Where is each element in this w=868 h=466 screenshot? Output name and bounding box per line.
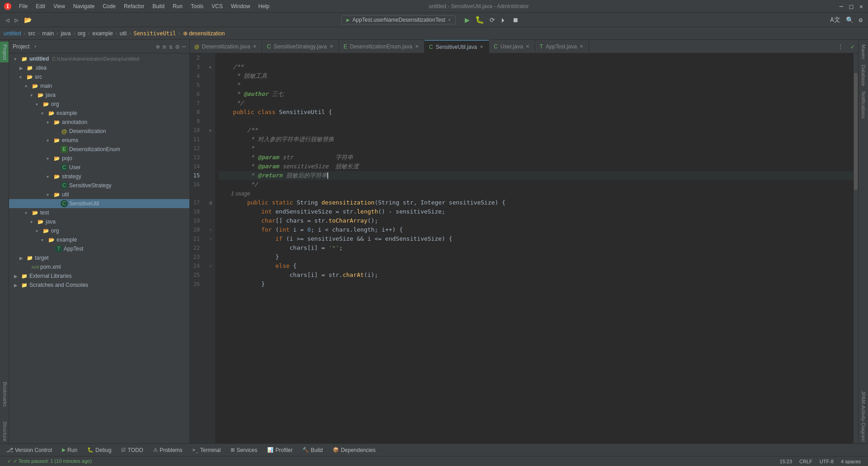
- bookmarks-btn[interactable]: Bookmarks: [0, 380, 9, 409]
- encoding[interactable]: UTF-8: [816, 459, 837, 464]
- code-editor[interactable]: 2 3 4 5 6 7 8 9 10 11 12 13 14 15 16 17: [190, 53, 858, 443]
- bottom-tab-terminal[interactable]: >_ Terminal: [188, 446, 226, 455]
- debug-btn[interactable]: 🐛: [473, 14, 486, 25]
- tab-user[interactable]: C User.java ✕: [489, 40, 535, 53]
- tree-desensitization[interactable]: @ Desensitization: [9, 127, 189, 136]
- menu-refactor[interactable]: Refactor: [120, 2, 148, 10]
- database-panel-btn[interactable]: Database: [860, 62, 867, 89]
- gutter-3[interactable]: ▶: [206, 62, 215, 71]
- bottom-tab-run[interactable]: ▶ Run: [57, 446, 82, 455]
- test-status[interactable]: ✓ ✓ Tests passed: 1 (10 minutes ago): [4, 458, 95, 464]
- tree-src[interactable]: ▾ 📂 src: [9, 72, 189, 81]
- tab-desensitization-enum[interactable]: E DesensitizationEnum.java ✕: [339, 40, 425, 53]
- maximize-btn[interactable]: □: [848, 3, 854, 10]
- breadcrumb-src[interactable]: src: [28, 30, 35, 37]
- tab-more-btn[interactable]: ⋮: [834, 43, 847, 50]
- tree-example[interactable]: ▾ 📂 example: [9, 109, 189, 118]
- search-btn[interactable]: 🔍: [844, 15, 855, 24]
- recent-files-btn[interactable]: 📂: [22, 15, 33, 24]
- tree-target[interactable]: ▶ 📁 target: [9, 253, 189, 262]
- bottom-tab-todo[interactable]: ☑ TODO: [117, 446, 147, 455]
- tree-idea[interactable]: ▶ 📁 .idea: [9, 63, 189, 72]
- translate-btn[interactable]: A文: [828, 15, 842, 25]
- run-btn[interactable]: ▶: [463, 14, 472, 25]
- tree-org[interactable]: ▾ 📂 org: [9, 100, 189, 109]
- expand-btn[interactable]: ⇅: [169, 43, 173, 50]
- tree-test[interactable]: ▾ 📂 test: [9, 208, 189, 217]
- editor-scrollbar-thumb[interactable]: [854, 73, 858, 190]
- breadcrumb-class[interactable]: SensitiveUtil: [133, 30, 176, 37]
- tab-sensitive-util[interactable]: C SensitiveUtil.java ✕: [425, 40, 489, 53]
- tree-pom[interactable]: xml pom.xml: [9, 262, 189, 271]
- breadcrumb-util[interactable]: util: [120, 30, 127, 37]
- menu-navigate[interactable]: Navigate: [70, 2, 98, 10]
- tree-test-example[interactable]: ▾ 📂 example: [9, 235, 189, 244]
- tab-close-desensitization-enum[interactable]: ✕: [415, 44, 419, 49]
- bottom-tab-dependencies[interactable]: 📦 Dependencies: [328, 446, 380, 455]
- gutter-24[interactable]: ▽: [206, 262, 215, 271]
- tree-sensitive-strategy[interactable]: C SensitiveStrategy: [9, 181, 189, 190]
- menu-window[interactable]: Window: [227, 2, 254, 10]
- menu-file[interactable]: File: [15, 2, 31, 10]
- tree-sensitive-util[interactable]: C SensitiveUtil: [9, 199, 189, 208]
- tree-test-org[interactable]: ▾ 📂 org: [9, 226, 189, 235]
- maven-panel-btn[interactable]: Maven: [860, 42, 867, 62]
- code-content[interactable]: /** * 脱敏工具 * * @author 三七 */: [215, 53, 854, 443]
- menu-code[interactable]: Code: [99, 2, 119, 10]
- editor-scrollbar[interactable]: [854, 53, 858, 443]
- tree-util[interactable]: ▾ 📂 util: [9, 190, 189, 199]
- stop-btn[interactable]: ⏹: [510, 15, 520, 24]
- tree-scratches[interactable]: ▶ 📁 Scratches and Consoles: [9, 281, 189, 290]
- tree-strategy[interactable]: ▾ 📂 strategy: [9, 172, 189, 181]
- structure-btn[interactable]: Structure: [0, 419, 9, 443]
- line-separator[interactable]: CRLF: [796, 459, 816, 464]
- tree-java[interactable]: ▾ 📂 java: [9, 90, 189, 100]
- dropdown-icon[interactable]: ▾: [34, 44, 37, 49]
- tab-close-sensitive-util[interactable]: ✕: [480, 44, 483, 49]
- tab-close-sensitive-strategy[interactable]: ✕: [330, 44, 333, 49]
- tree-desensitization-enum[interactable]: E DesensitizationEnum: [9, 145, 189, 154]
- profile-btn[interactable]: ⏵: [499, 15, 509, 24]
- menu-edit[interactable]: Edit: [32, 2, 49, 10]
- tree-ext-libs[interactable]: ▶ 📁 External Libraries: [9, 271, 189, 281]
- breadcrumb-java[interactable]: java: [61, 30, 71, 37]
- close-btn[interactable]: ✕: [858, 3, 864, 10]
- breadcrumb-method[interactable]: ⊕ desensitization: [183, 30, 225, 37]
- collapse-all-btn[interactable]: ≡: [162, 43, 166, 50]
- cursor-position[interactable]: 15:23: [776, 459, 796, 464]
- gutter-20[interactable]: ▽: [206, 225, 215, 234]
- tree-main[interactable]: ▾ 📂 main: [9, 81, 189, 90]
- run-config-dropdown[interactable]: ▶ AppTest.userNameDesensitizationTest ▾: [341, 15, 456, 24]
- tab-desensitization[interactable]: @ Desensitization.java ✕: [190, 40, 262, 53]
- menu-tools[interactable]: Tools: [187, 2, 207, 10]
- minimize-btn[interactable]: ─: [838, 3, 844, 10]
- bottom-tab-profiler[interactable]: 📊 Profiler: [263, 446, 297, 455]
- menu-view[interactable]: View: [50, 2, 69, 10]
- settings-btn[interactable]: ⚙: [857, 15, 864, 24]
- tree-pojo[interactable]: ▾ 📂 pojo: [9, 154, 189, 163]
- bottom-tab-problems[interactable]: ⚠ Problems: [149, 446, 187, 455]
- breadcrumb-untitled[interactable]: untitled: [4, 30, 21, 37]
- gutter-10[interactable]: ▶: [206, 126, 215, 135]
- tree-test-java[interactable]: ▾ 📂 java: [9, 217, 189, 226]
- tab-close-app-test[interactable]: ✕: [580, 44, 583, 49]
- jpam-panel-btn[interactable]: JPAM-Activity-Diagram: [860, 389, 867, 443]
- indent-setting[interactable]: 4 spaces: [837, 459, 864, 464]
- forward-btn[interactable]: ▷: [13, 15, 20, 24]
- scope-btn[interactable]: ⊕: [156, 43, 160, 50]
- tab-app-test[interactable]: T AppTest.java ✕: [535, 40, 589, 53]
- bottom-tab-debug[interactable]: 🐛 Debug: [83, 446, 116, 455]
- back-btn[interactable]: ◁: [4, 15, 11, 24]
- tree-enums[interactable]: ▾ 📂 enums: [9, 136, 189, 145]
- project-panel-btn[interactable]: Project: [0, 42, 9, 62]
- settings-icon[interactable]: ⚙: [175, 43, 179, 50]
- breadcrumb-main[interactable]: main: [42, 30, 54, 37]
- menu-run[interactable]: Run: [169, 2, 186, 10]
- bottom-tab-build[interactable]: 🔨 Build: [298, 446, 327, 455]
- menu-build[interactable]: Build: [149, 2, 168, 10]
- tree-root[interactable]: ▾ 📁 untitled C:\Users\Administrator\Desk…: [9, 54, 189, 63]
- tree-annotation[interactable]: ▾ 📂 annotation: [9, 118, 189, 127]
- notifications-panel-btn[interactable]: Notifications: [860, 89, 867, 121]
- breadcrumb-org[interactable]: org: [78, 30, 85, 37]
- hide-panel-btn[interactable]: ─: [182, 43, 186, 50]
